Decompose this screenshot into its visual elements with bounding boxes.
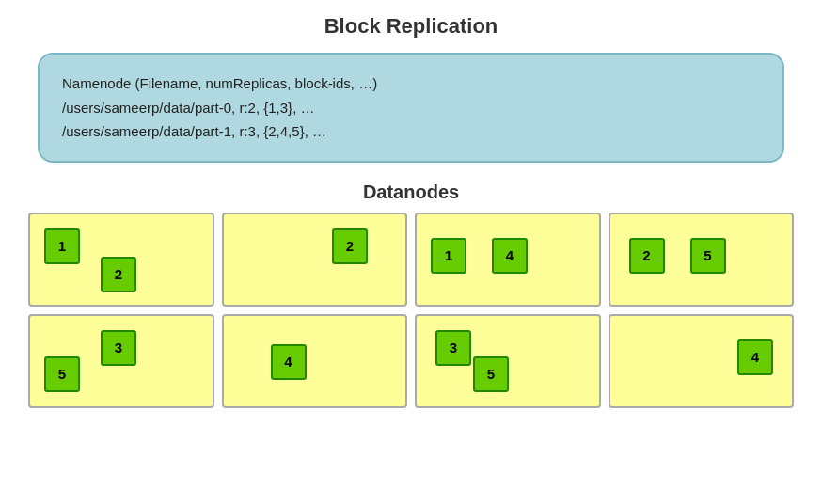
block-3-r2c3: 3	[435, 330, 471, 366]
block-5-r1c4: 5	[690, 238, 726, 274]
datanode-grid: 1 2 2 1 4 2 5 5 3 4 3 5 4	[28, 213, 794, 408]
block-4-r1c3: 4	[492, 238, 528, 274]
block-1-r1c3: 1	[431, 238, 466, 274]
datanodes-title: Datanodes	[19, 181, 803, 203]
page-title: Block Replication	[19, 9, 803, 39]
block-5-r2c1: 5	[44, 356, 80, 392]
block-2-r1c2: 2	[332, 228, 368, 264]
datanode-r1c2: 2	[222, 213, 408, 307]
datanode-r2c1: 5 3	[28, 314, 214, 408]
block-1-r1c1: 1	[44, 228, 80, 264]
namenode-line3: /users/sameerp/data/part-1, r:3, {2,4,5}…	[62, 119, 760, 144]
datanode-r1c1: 1 2	[28, 213, 214, 307]
block-2-r1c1: 2	[101, 257, 136, 292]
datanode-r2c3: 3 5	[415, 314, 601, 408]
block-2-r1c4: 2	[629, 238, 665, 274]
datanode-r2c2: 4	[222, 314, 408, 408]
datanode-r2c4: 4	[609, 314, 795, 408]
namenode-box: Namenode (Filename, numReplicas, block-i…	[38, 53, 784, 163]
datanode-r1c4: 2 5	[609, 213, 795, 307]
datanode-r1c3: 1 4	[415, 213, 601, 307]
block-5-r2c3: 5	[473, 356, 509, 392]
block-3-r2c1: 3	[101, 330, 136, 366]
namenode-line1: Namenode (Filename, numReplicas, block-i…	[62, 71, 760, 96]
namenode-line2: /users/sameerp/data/part-0, r:2, {1,3}, …	[62, 96, 760, 120]
block-4-r2c2: 4	[271, 344, 307, 380]
page: Block Replication Namenode (Filename, nu…	[0, 0, 822, 504]
block-4-r2c4: 4	[737, 339, 773, 375]
